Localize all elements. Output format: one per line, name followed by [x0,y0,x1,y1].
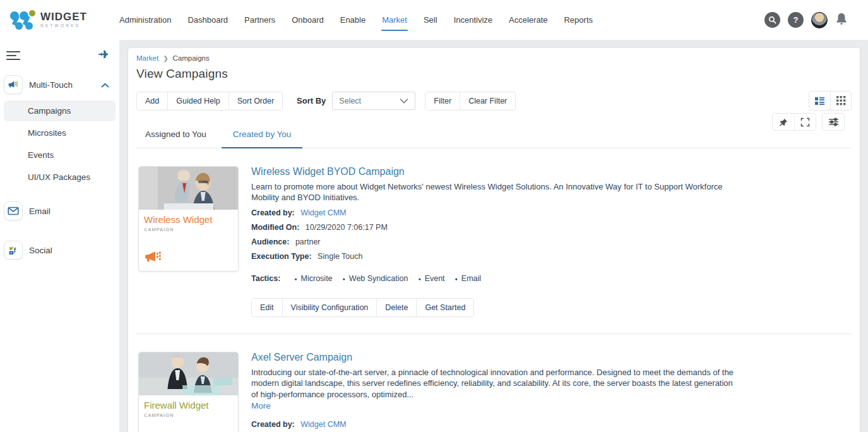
tactic-web-syndication: Web Syndication [343,274,408,283]
multi-touch-megaphone-icon [4,75,23,94]
audience-row: Audience: partner [251,237,851,246]
add-button[interactable]: Add [137,92,167,110]
nav-item-sell[interactable]: Sell [415,0,446,40]
campaign-tabs: Assigned to You Created by You [136,124,852,148]
campaign-description: Introducing our state-of-the-art server,… [251,367,739,399]
sort-by-label: Sort By [297,96,326,105]
sidebar-item-uiux-packages[interactable]: UI/UX Packages [4,167,116,188]
brand-logo-icon [6,8,39,33]
nav-item-onboard[interactable]: Onboard [283,0,332,40]
get-started-button[interactable]: Get Started [416,299,473,316]
sidebar-group-multi-touch[interactable]: Multi-Touch [0,70,119,99]
tactics-row: Tactics: Microsite Web Syndication Event… [251,274,851,283]
brand-name: WIDGET [40,11,87,22]
campaign-thumbnail-image [139,167,238,210]
modified-on-label: Modified On: [251,223,299,232]
execution-type-value: Single Touch [318,252,362,261]
campaign-thumb-subtitle: CAMPAIGN [144,412,233,418]
sidebar-header [0,45,119,66]
sidebar-item-campaigns[interactable]: Campaigns [4,100,116,121]
settings-group [822,113,845,131]
chevron-down-icon [400,99,408,104]
main-nav: Administration Dashboard Partners Onboar… [111,0,601,40]
tab-assigned-to-you[interactable]: Assigned to You [143,124,209,148]
display-settings-icon[interactable] [823,114,844,130]
campaign-title-link[interactable]: Axel Server Campaign [251,352,851,363]
sidebar-item-multi-touch-label: Multi-Touch [29,80,101,90]
tactic-email: Email [455,274,482,283]
sort-by-select[interactable]: Select [332,92,415,110]
campaign-thumbnail-body: Wireless Widget CAMPAIGN [139,210,238,270]
filter-button[interactable]: Filter [425,92,460,110]
campaign-thumbnail[interactable]: Firewall Widget CAMPAIGN [138,352,239,432]
modified-on-row: Modified On: 10/29/2020 7:06:17 PM [251,223,851,232]
campaign-card-wireless-widget: Wireless Widget CAMPAIGN Wireless Widget… [136,148,852,333]
created-by-link[interactable]: Widget CMM [300,208,346,217]
pin-page-button[interactable] [773,114,794,130]
sidebar-group-social[interactable]: f Social [0,236,119,265]
sort-order-button[interactable]: Sort Order [229,92,282,110]
user-avatar[interactable] [811,12,828,28]
sidebar-item-microsites[interactable]: Microsites [4,123,116,143]
sidebar: Multi-Touch Campaigns Microsites Events … [0,40,119,432]
tactics-label: Tactics: [251,274,280,283]
sidebar-pin-icon[interactable] [98,49,110,62]
tactic-microsite: Microsite [294,274,332,283]
sort-by-selected-value: Select [339,97,361,105]
chevron-up-icon[interactable] [101,79,109,90]
primary-actions-group: Add Guided Help Sort Order [136,92,283,111]
breadcrumb-market-link[interactable]: Market [136,54,158,62]
nav-item-enable[interactable]: Enable [332,0,374,40]
hamburger-menu-icon[interactable] [6,49,20,63]
guided-help-button[interactable]: Guided Help [167,92,229,110]
sidebar-item-events[interactable]: Events [4,145,116,165]
nav-item-market[interactable]: Market [374,0,415,40]
search-icon[interactable] [764,12,780,28]
help-icon[interactable]: ? [788,12,804,28]
list-view-icon[interactable] [809,92,830,110]
breadcrumb: Market ❯ Campaigns [136,54,852,62]
main-panel: Market ❯ Campaigns View Campaigns Add Gu… [128,47,860,432]
campaign-actions-group: Edit Visibility Configuration Delete Get… [251,298,474,317]
more-link[interactable]: More [251,401,271,411]
campaign-card-firewall-widget: Firewall Widget CAMPAIGN Axel Server Cam… [136,333,852,432]
breadcrumb-separator-icon: ❯ [163,55,168,62]
nav-item-incentivize[interactable]: Incentivize [446,0,501,40]
campaign-details: Wireless Widget BYOD Campaign Learn to p… [251,166,851,317]
campaign-thumbnail[interactable]: Wireless Widget CAMPAIGN [138,166,239,272]
notifications-bell-icon[interactable] [835,12,848,28]
svg-text:f: f [14,246,16,253]
clear-filter-button[interactable]: Clear Filter [460,92,515,110]
panel-tools [772,113,845,131]
created-by-label: Created by: [251,420,295,429]
fullscreen-button[interactable] [794,114,816,130]
filter-group: Filter Clear Filter [425,92,516,111]
nav-item-administration[interactable]: Administration [111,0,179,40]
delete-button[interactable]: Delete [376,299,416,316]
campaign-title-link[interactable]: Wireless Widget BYOD Campaign [251,166,851,177]
sidebar-group-email[interactable]: Email [0,196,119,225]
nav-item-reports[interactable]: Reports [556,0,601,40]
campaign-details: Axel Server Campaign Introducing our sta… [251,352,851,432]
pin-fullscreen-group [772,113,816,131]
top-navbar: WIDGET NETWORKS Administration Dashboard… [0,0,868,40]
nav-item-dashboard[interactable]: Dashboard [179,0,236,40]
visibility-configuration-button[interactable]: Visibility Configuration [282,299,377,316]
created-by-link[interactable]: Widget CMM [300,420,346,429]
grid-view-icon[interactable] [830,92,851,110]
tab-created-by-you[interactable]: Created by You [230,124,294,148]
execution-type-row: Execution Type: Single Touch [251,252,851,261]
execution-type-label: Execution Type: [251,252,312,261]
view-toggle-group [809,91,852,111]
created-by-row: Created by: Widget CMM [251,420,851,429]
nav-item-partners[interactable]: Partners [236,0,283,40]
breadcrumb-current: Campaigns [173,54,210,62]
brand-logo[interactable]: WIDGET NETWORKS [6,8,101,33]
edit-button[interactable]: Edit [252,299,282,316]
nav-item-accelerate[interactable]: Accelerate [501,0,556,40]
campaign-thumb-title: Wireless Widget [144,214,233,225]
campaign-description: Learn to promote more about Widget Netwo… [251,181,739,203]
audience-label: Audience: [251,237,289,246]
campaign-thumbnail-body: Firewall Widget CAMPAIGN [139,395,238,422]
page-title: View Campaigns [136,67,852,81]
